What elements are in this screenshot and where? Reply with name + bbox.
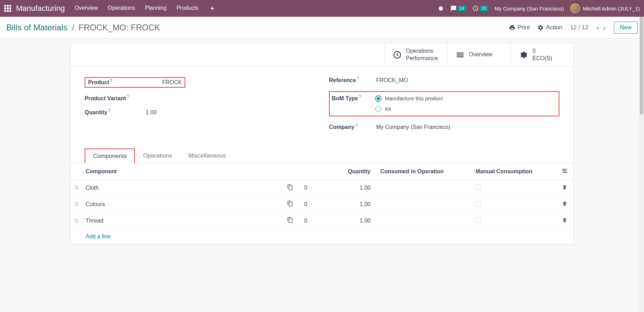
help-icon[interactable]: ?: [359, 94, 361, 99]
bomtype-manufacture[interactable]: Manufacture this product: [375, 95, 443, 102]
bomtype-label: BoM Type: [332, 95, 358, 101]
menu-planning[interactable]: Planning: [145, 5, 166, 12]
clock-icon: [393, 50, 402, 59]
cell-quantity[interactable]: 1.00: [318, 180, 374, 196]
breadcrumb-root[interactable]: Bills of Materials: [6, 23, 67, 32]
quantity-value[interactable]: 1.00: [146, 109, 157, 116]
drag-handle-icon[interactable]: ⇅: [74, 185, 79, 191]
menu-operations[interactable]: Operations: [108, 5, 135, 12]
components-table: Component Quantity Consumed in Operation…: [71, 164, 573, 244]
scrollbar-thumb[interactable]: [640, 17, 643, 115]
pager-count[interactable]: 12 / 12: [570, 24, 588, 31]
cell-sub: 0: [301, 212, 318, 229]
breadcrumb-current: FROCK_MO: FROCK: [79, 23, 160, 32]
th-consumed[interactable]: Consumed in Operation: [374, 164, 472, 180]
menu-products[interactable]: Products: [177, 5, 199, 12]
company-label: Company: [329, 124, 355, 130]
checkbox-icon[interactable]: [475, 184, 481, 190]
table-row[interactable]: ⇅ Thread 0 1.00: [71, 212, 573, 229]
gear-icon: [537, 24, 544, 31]
cell-manual[interactable]: [472, 196, 556, 212]
radio-checked-icon: [375, 95, 381, 102]
activities-icon[interactable]: 16: [472, 5, 488, 12]
new-button[interactable]: New: [614, 22, 638, 34]
cell-quantity[interactable]: 1.00: [318, 196, 374, 212]
topnav-right: 14 16 My Company (San Francisco) Mitchel…: [438, 3, 640, 13]
menu-add-icon[interactable]: +: [208, 5, 216, 12]
pager-prev-icon[interactable]: ‹: [596, 24, 600, 32]
bomtype-highlight: BoM Type? Manufacture this product Kit: [329, 91, 559, 116]
table-row[interactable]: ⇅ Cloth 0 1.00: [71, 180, 573, 196]
product-field-highlight: Product? FROCK: [85, 77, 185, 88]
top-navbar: Manufacturing Overview Operations Planni…: [0, 0, 644, 17]
th-quantity[interactable]: Quantity: [318, 164, 374, 180]
stat-operations-performance[interactable]: Operations Performance: [385, 43, 448, 66]
stat-ecos[interactable]: 0 ECO(S): [510, 43, 573, 66]
drag-handle-icon[interactable]: ⇅: [74, 218, 79, 224]
help-icon[interactable]: ?: [110, 78, 112, 83]
cell-sub: 0: [301, 180, 318, 196]
internal-link-icon[interactable]: [287, 184, 293, 190]
tab-operations[interactable]: Operations: [135, 148, 180, 163]
th-component[interactable]: Component: [82, 164, 280, 180]
help-icon[interactable]: ?: [127, 94, 129, 99]
checkbox-icon[interactable]: [475, 201, 481, 206]
company-value[interactable]: My Company (San Francisco): [376, 124, 450, 130]
internal-link-icon[interactable]: [287, 217, 293, 223]
table-row[interactable]: ⇅ Colours 0 1.00: [71, 196, 573, 212]
messages-badge: 14: [457, 6, 466, 11]
product-value[interactable]: FROCK: [162, 79, 182, 86]
svg-point-1: [565, 172, 567, 173]
debug-icon[interactable]: [438, 5, 444, 12]
cell-consumed[interactable]: [374, 212, 472, 229]
drag-handle-icon[interactable]: ⇅: [74, 201, 79, 207]
print-button[interactable]: Print: [509, 24, 530, 31]
form-right-col: Reference? FROCK_MO BoM Type? Manufactur…: [329, 77, 559, 138]
avatar-icon: [570, 3, 580, 13]
trash-icon[interactable]: [562, 201, 567, 206]
bomtype-kit[interactable]: Kit: [375, 106, 443, 112]
svg-point-3: [563, 168, 564, 170]
user-menu[interactable]: Mitchell Admin (JULY_1): [570, 3, 640, 13]
product-label: Product: [88, 79, 109, 85]
add-line-link[interactable]: Add a line: [86, 233, 110, 239]
help-icon[interactable]: ?: [108, 108, 110, 113]
pager-nav: ‹ ›: [596, 24, 606, 32]
cell-quantity[interactable]: 1.00: [318, 212, 374, 229]
cell-consumed[interactable]: [374, 180, 472, 196]
pager-next-icon[interactable]: ›: [602, 24, 606, 32]
cell-component[interactable]: Cloth: [82, 180, 280, 196]
messages-icon[interactable]: 14: [450, 5, 466, 12]
help-icon[interactable]: ?: [355, 123, 358, 128]
apps-icon[interactable]: [4, 5, 11, 12]
scrollbar[interactable]: [639, 17, 644, 245]
cell-sub: 0: [301, 196, 318, 212]
main-menu: Overview Operations Planning Products +: [74, 5, 437, 12]
user-name: Mitchell Admin (JULY_1): [583, 6, 640, 12]
control-bar: Bills of Materials / FROCK_MO: FROCK Pri…: [0, 17, 644, 39]
action-button[interactable]: Action: [537, 24, 562, 31]
settings-icon[interactable]: [561, 168, 568, 174]
stat-overview[interactable]: Overview: [448, 43, 510, 66]
checkbox-icon[interactable]: [475, 217, 481, 223]
help-icon[interactable]: ?: [357, 76, 359, 81]
trash-icon[interactable]: [562, 184, 567, 190]
cell-component[interactable]: Colours: [82, 196, 280, 212]
radio-unchecked-icon: [375, 106, 381, 112]
cell-component[interactable]: Thread: [82, 212, 280, 229]
menu-overview[interactable]: Overview: [74, 5, 98, 12]
reference-label: Reference: [329, 77, 356, 83]
tab-components[interactable]: Components: [85, 148, 135, 164]
app-brand[interactable]: Manufacturing: [16, 4, 65, 13]
reference-value[interactable]: FROCK_MO: [376, 77, 408, 84]
cell-manual[interactable]: [472, 212, 556, 229]
tab-miscellaneous[interactable]: Miscellaneous: [180, 148, 234, 163]
cell-consumed[interactable]: [374, 196, 472, 212]
th-manual[interactable]: Manual Consumption: [472, 164, 556, 180]
cell-manual[interactable]: [472, 180, 556, 196]
variant-label: Product Variant: [85, 95, 126, 101]
company-selector[interactable]: My Company (San Francisco): [494, 6, 564, 12]
gears-icon: [518, 50, 528, 60]
trash-icon[interactable]: [562, 217, 567, 223]
internal-link-icon[interactable]: [287, 201, 293, 207]
